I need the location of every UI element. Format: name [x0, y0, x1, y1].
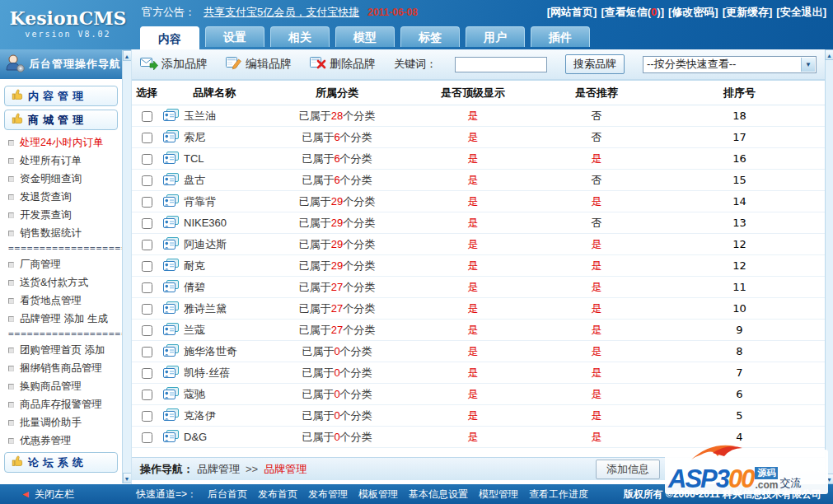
- scroll-up-icon[interactable]: ▲: [825, 49, 833, 60]
- refresh-cache-link[interactable]: [更新缓存]: [723, 5, 773, 20]
- brand-name-link[interactable]: 克洛伊: [184, 408, 216, 423]
- tab[interactable]: 标签: [400, 26, 460, 47]
- footer-quick-link[interactable]: 后台首页: [208, 488, 247, 502]
- sidebar-item[interactable]: 资金明细查询: [0, 170, 131, 188]
- tab[interactable]: 相关: [270, 26, 330, 47]
- sidebar-item[interactable]: 优惠券管理: [0, 432, 131, 450]
- sidebar-panel-button[interactable]: 内容管理: [4, 86, 118, 106]
- brand-name-cell[interactable]: 凯特·丝蓓: [161, 366, 267, 380]
- edit-brand-button[interactable]: 编辑品牌: [226, 56, 292, 72]
- sidebar-item[interactable]: 批量调价助手: [0, 413, 131, 432]
- brand-name-link[interactable]: 施华洛世奇: [184, 344, 237, 359]
- change-password-link[interactable]: [修改密码]: [668, 5, 718, 20]
- row-checkbox[interactable]: [142, 154, 152, 165]
- sidebar-item[interactable]: 发退货查询: [0, 188, 131, 206]
- brand-name-cell[interactable]: 索尼: [161, 130, 267, 145]
- tab[interactable]: 设置: [205, 26, 264, 47]
- home-link[interactable]: [网站首页]: [547, 5, 597, 20]
- brand-name-link[interactable]: TCL: [184, 152, 204, 165]
- sidebar-scrollbar[interactable]: ▲ ▼: [122, 50, 131, 483]
- brand-name-link[interactable]: 倩碧: [184, 280, 205, 295]
- row-checkbox[interactable]: [142, 133, 152, 143]
- sidebar-panel-button[interactable]: 商城管理: [4, 110, 118, 130]
- brand-name-cell[interactable]: NIKE360: [161, 216, 267, 231]
- scroll-up-icon[interactable]: ▲: [123, 50, 132, 61]
- sidebar-item[interactable]: 销售数据统计: [0, 224, 131, 242]
- sidebar-item[interactable]: 捆绑销售商品管理: [0, 359, 131, 377]
- sidebar-item[interactable]: 商品库存报警管理: [0, 395, 131, 413]
- row-checkbox[interactable]: [142, 175, 152, 186]
- main-scrollbar[interactable]: ▲ ▼: [825, 49, 833, 484]
- row-checkbox[interactable]: [142, 390, 152, 400]
- brand-name-cell[interactable]: 玉兰油: [161, 109, 267, 124]
- brand-name-link[interactable]: 耐克: [184, 259, 205, 273]
- footer-quick-link[interactable]: 发布首页: [258, 488, 297, 502]
- sidebar-panel-button[interactable]: 论坛系统: [4, 452, 118, 473]
- row-checkbox[interactable]: [142, 197, 152, 208]
- category-filter-select[interactable]: --按分类快速查看-- ▼: [643, 56, 817, 73]
- brand-name-cell[interactable]: 雅诗兰黛: [161, 301, 267, 316]
- brand-name-link[interactable]: 玉兰油: [184, 109, 216, 124]
- sidebar-item[interactable]: 团购管理首页 添加: [0, 341, 131, 359]
- row-checkbox[interactable]: [142, 325, 152, 336]
- sidebar-item[interactable]: 看货地点管理: [0, 292, 131, 310]
- logout-link[interactable]: [安全退出]: [776, 5, 826, 20]
- brand-name-link[interactable]: 索尼: [184, 130, 205, 145]
- brand-name-cell[interactable]: 盘古: [161, 173, 267, 188]
- footer-quick-link[interactable]: 模型管理: [479, 488, 518, 502]
- brand-name-link[interactable]: 蔻驰: [184, 387, 205, 402]
- brand-name-cell[interactable]: D&G: [161, 430, 267, 445]
- scroll-down-icon[interactable]: ▼: [123, 473, 132, 483]
- brand-name-cell[interactable]: 倩碧: [161, 280, 267, 295]
- row-checkbox[interactable]: [142, 240, 152, 250]
- sidebar-item[interactable]: 品牌管理 添加 生成: [0, 310, 131, 328]
- footer-quick-link[interactable]: 基本信息设置: [409, 488, 468, 502]
- keyword-input[interactable]: [455, 57, 547, 72]
- sidebar-item[interactable]: 换购商品管理: [0, 377, 131, 395]
- brand-name-link[interactable]: D&G: [184, 431, 207, 443]
- sidebar-item[interactable]: 厂商管理: [0, 255, 131, 273]
- row-checkbox[interactable]: [142, 432, 152, 443]
- row-checkbox[interactable]: [142, 347, 152, 357]
- brand-name-cell[interactable]: TCL: [161, 152, 267, 166]
- brand-name-cell[interactable]: 兰蔻: [161, 323, 267, 338]
- brand-name-cell[interactable]: 蔻驰: [161, 387, 267, 402]
- announcement-link[interactable]: 共享支付宝5亿会员，支付宝快捷: [204, 5, 359, 20]
- add-brand-button[interactable]: 添加品牌: [140, 56, 208, 72]
- close-left-panel-button[interactable]: ◄ 关闭左栏: [0, 488, 136, 502]
- footer-quick-link[interactable]: 模板管理: [358, 488, 398, 502]
- footer-quick-link[interactable]: 发布管理: [308, 488, 348, 502]
- brand-name-link[interactable]: 凯特·丝蓓: [184, 366, 230, 380]
- brand-name-link[interactable]: 盘古: [184, 173, 205, 188]
- delete-brand-button[interactable]: 删除品牌: [310, 56, 376, 72]
- brand-name-link[interactable]: 雅诗兰黛: [184, 301, 227, 316]
- brand-name-cell[interactable]: 阿迪达斯: [161, 237, 267, 252]
- brand-name-cell[interactable]: 克洛伊: [161, 408, 267, 423]
- breadcrumb-current[interactable]: 品牌管理: [264, 462, 307, 477]
- brand-name-cell[interactable]: 耐克: [161, 259, 267, 273]
- search-brand-button[interactable]: 搜索品牌: [565, 54, 625, 74]
- add-info-button[interactable]: 添加信息: [596, 460, 660, 479]
- chevron-down-icon[interactable]: ▼: [801, 58, 815, 72]
- sidebar-item[interactable]: 开发票查询: [0, 206, 131, 224]
- row-checkbox[interactable]: [142, 218, 152, 229]
- tab[interactable]: 插件: [531, 26, 590, 47]
- row-checkbox[interactable]: [142, 368, 152, 379]
- footer-quick-link[interactable]: 查看工作进度: [529, 488, 588, 502]
- tab[interactable]: 用户: [466, 26, 525, 47]
- sms-link[interactable]: [查看短信(0)]: [601, 5, 664, 20]
- row-checkbox[interactable]: [142, 261, 152, 272]
- brand-name-cell[interactable]: 背靠背: [161, 194, 267, 209]
- row-checkbox[interactable]: [142, 111, 152, 122]
- sidebar-item[interactable]: 处理所有订单: [0, 152, 131, 170]
- row-checkbox[interactable]: [142, 411, 152, 422]
- tab[interactable]: 模型: [335, 26, 395, 47]
- sidebar-item[interactable]: 处理24小时内订单: [0, 133, 131, 152]
- sidebar-item[interactable]: 送货&付款方式: [0, 273, 131, 292]
- brand-name-link[interactable]: 阿迪达斯: [184, 237, 227, 252]
- brand-name-link[interactable]: 背靠背: [184, 194, 216, 209]
- row-checkbox[interactable]: [142, 282, 152, 293]
- brand-name-link[interactable]: 兰蔻: [184, 323, 205, 338]
- tab[interactable]: 内容: [140, 26, 199, 49]
- row-checkbox[interactable]: [142, 304, 152, 315]
